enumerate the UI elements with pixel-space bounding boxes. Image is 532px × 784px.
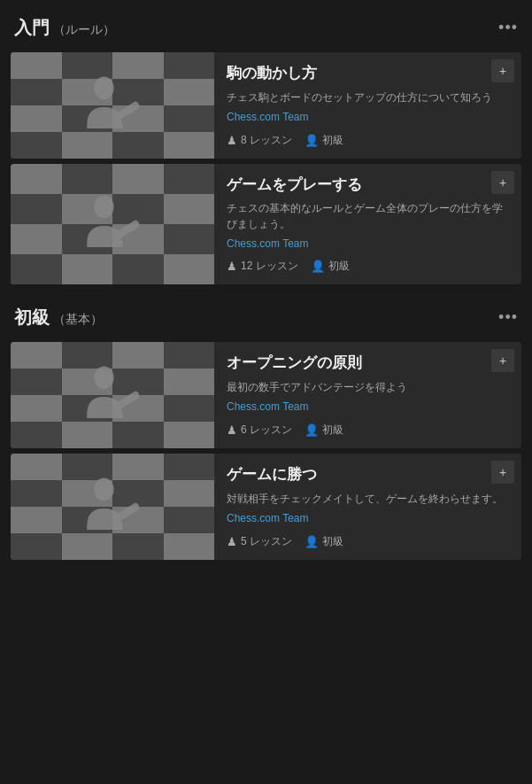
person-icon — [77, 68, 148, 143]
card-thumbnail — [11, 164, 214, 284]
card-title: オープニングの原則 — [227, 353, 509, 373]
bookmark-button[interactable]: + — [491, 59, 514, 82]
level-text: 初級 — [322, 534, 343, 549]
card-description: 対戦相手をチェックメイトして、ゲームを終わらせます。 — [227, 491, 509, 507]
person-icon — [77, 470, 148, 544]
card-thumbnail — [11, 454, 214, 560]
level-text: 初級 — [322, 423, 343, 438]
person-icon — [77, 187, 148, 261]
card-meta: ♟6 レッスン👤初級 — [227, 423, 509, 438]
more-button[interactable]: ••• — [498, 308, 518, 327]
course-card[interactable]: ゲームをプレーするチェスの基本的なルールとゲーム全体のプレーの仕方を学びましょう… — [11, 164, 521, 284]
lessons-count: ♟6 レッスン — [227, 423, 292, 438]
card-thumbnail — [11, 342, 214, 448]
section-header: 初級（基本）••• — [0, 299, 532, 337]
card-author[interactable]: Chess.com Team — [227, 111, 509, 123]
more-button[interactable]: ••• — [498, 19, 518, 37]
card-title: 駒の動かし方 — [227, 63, 509, 83]
card-thumbnail — [11, 52, 214, 159]
svg-point-3 — [94, 478, 113, 501]
section-intro: 入門（ルール）••• 駒の動かし方チェス駒とボードのセットアップの仕方について知… — [0, 9, 532, 284]
card-content: ゲームをプレーするチェスの基本的なルールとゲーム全体のプレーの仕方を学びましょう… — [214, 164, 521, 284]
level-badge: 👤初級 — [305, 133, 343, 148]
lessons-text: 6 レッスン — [241, 423, 292, 438]
bookmark-button[interactable]: + — [491, 461, 514, 484]
level-badge: 👤初級 — [305, 423, 343, 438]
lessons-icon: ♟ — [227, 423, 237, 437]
card-title: ゲームに勝つ — [227, 464, 509, 485]
card-meta: ♟5 レッスン👤初級 — [227, 534, 509, 549]
lessons-count: ♟5 レッスン — [227, 534, 292, 549]
card-description: 最初の数手でアドバンテージを得よう — [227, 379, 509, 395]
page: 入門（ルール）••• 駒の動かし方チェス駒とボードのセットアップの仕方について知… — [0, 0, 532, 574]
course-card[interactable]: ゲームに勝つ対戦相手をチェックメイトして、ゲームを終わらせます。Chess.co… — [11, 454, 521, 560]
lessons-icon: ♟ — [227, 134, 237, 147]
section-title-main: 入門 — [14, 18, 50, 37]
lessons-icon: ♟ — [227, 260, 237, 273]
course-card[interactable]: オープニングの原則最初の数手でアドバンテージを得ようChess.com Team… — [11, 342, 521, 448]
section-subtitle: （基本） — [53, 312, 103, 326]
course-card[interactable]: 駒の動かし方チェス駒とボードのセットアップの仕方について知ろうChess.com… — [11, 52, 521, 159]
section-beginner: 初級（基本）••• オープニングの原則最初の数手でアドバンテージを得ようChes… — [0, 299, 532, 560]
card-description: チェス駒とボードのセットアップの仕方について知ろう — [227, 89, 509, 105]
lessons-text: 12 レッスン — [241, 259, 298, 274]
card-author[interactable]: Chess.com Team — [227, 512, 509, 524]
section-title: 入門（ルール） — [14, 16, 115, 40]
card-meta: ♟12 レッスン👤初級 — [227, 259, 509, 274]
lessons-icon: ♟ — [227, 535, 237, 548]
bookmark-button[interactable]: + — [491, 171, 514, 194]
level-icon: 👤 — [311, 260, 325, 273]
card-author[interactable]: Chess.com Team — [227, 400, 509, 413]
card-description: チェスの基本的なルールとゲーム全体のプレーの仕方を学びましょう。 — [227, 200, 509, 232]
level-icon: 👤 — [305, 134, 319, 147]
card-meta: ♟8 レッスン👤初級 — [227, 133, 509, 148]
level-badge: 👤初級 — [311, 259, 350, 274]
lessons-text: 5 レッスン — [241, 534, 292, 549]
level-icon: 👤 — [305, 535, 319, 548]
bookmark-button[interactable]: + — [491, 349, 514, 372]
card-title: ゲームをプレーする — [227, 175, 509, 195]
card-content: ゲームに勝つ対戦相手をチェックメイトして、ゲームを終わらせます。Chess.co… — [214, 454, 521, 560]
person-icon — [77, 358, 148, 432]
lessons-count: ♟12 レッスン — [227, 259, 298, 274]
card-author[interactable]: Chess.com Team — [227, 237, 509, 250]
lessons-count: ♟8 レッスン — [227, 133, 292, 148]
lessons-text: 8 レッスン — [241, 133, 292, 148]
card-content: 駒の動かし方チェス駒とボードのセットアップの仕方について知ろうChess.com… — [214, 52, 521, 159]
level-badge: 👤初級 — [305, 534, 343, 549]
level-text: 初級 — [328, 259, 350, 274]
section-header: 入門（ルール）••• — [0, 9, 532, 47]
svg-point-1 — [94, 196, 113, 219]
card-content: オープニングの原則最初の数手でアドバンテージを得ようChess.com Team… — [214, 342, 521, 448]
svg-point-2 — [94, 367, 113, 390]
svg-point-0 — [94, 77, 113, 100]
level-text: 初級 — [322, 133, 343, 148]
section-title-main: 初級 — [14, 307, 50, 327]
section-title: 初級（基本） — [14, 306, 103, 330]
level-icon: 👤 — [305, 423, 319, 437]
section-subtitle: （ルール） — [53, 22, 115, 36]
